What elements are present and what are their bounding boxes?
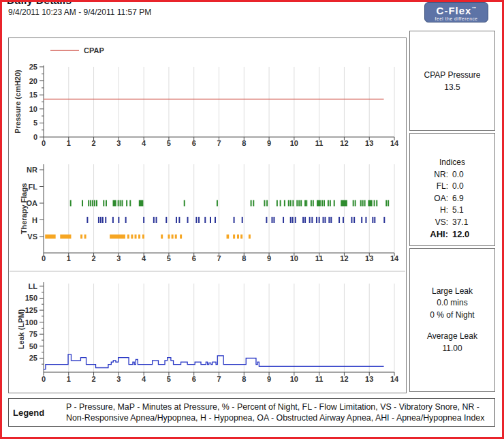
svg-text:LL: LL bbox=[29, 282, 38, 290]
svg-text:8: 8 bbox=[242, 254, 246, 262]
svg-text:7: 7 bbox=[217, 254, 221, 262]
svg-text:3: 3 bbox=[116, 254, 121, 262]
svg-text:1: 1 bbox=[67, 375, 71, 383]
index-row-ahi: AHI:12.0 bbox=[410, 228, 494, 241]
svg-text:75: 75 bbox=[29, 330, 37, 338]
index-row-h: H:5.1 bbox=[410, 205, 494, 217]
svg-text:2: 2 bbox=[92, 375, 96, 383]
svg-text:Therapy Flags: Therapy Flags bbox=[20, 183, 28, 234]
svg-text:3: 3 bbox=[116, 139, 121, 147]
svg-text:125: 125 bbox=[25, 306, 37, 314]
cpap-pressure-value: 13.5 bbox=[444, 81, 460, 93]
svg-text:VS: VS bbox=[27, 232, 37, 241]
svg-text:5: 5 bbox=[167, 254, 171, 262]
svg-text:0: 0 bbox=[42, 139, 46, 147]
svg-text:11: 11 bbox=[315, 139, 324, 147]
svg-text:Pressure (cmH20): Pressure (cmH20) bbox=[14, 70, 22, 134]
svg-text:10: 10 bbox=[290, 139, 298, 147]
index-row-nr: NR:0.0 bbox=[410, 169, 494, 181]
cflex-logo-brand: C-Flex™ bbox=[425, 3, 488, 16]
daily-charts-svg: CPAP051015202501234567891011121314Pressu… bbox=[9, 38, 406, 393]
svg-text:13: 13 bbox=[365, 139, 373, 147]
svg-text:100: 100 bbox=[25, 318, 37, 327]
svg-text:7: 7 bbox=[217, 139, 221, 147]
svg-text:50: 50 bbox=[29, 342, 37, 350]
svg-text:11: 11 bbox=[315, 375, 324, 383]
indices-panel: Indices NR:0.0 FL:0.0 OA:6.9 H:5.1 VS:37… bbox=[409, 133, 495, 246]
svg-text:5: 5 bbox=[33, 119, 37, 127]
large-leak-label: Large Leak bbox=[432, 286, 473, 298]
svg-text:12: 12 bbox=[340, 254, 348, 262]
svg-text:11: 11 bbox=[315, 254, 324, 262]
legend-label: Legend bbox=[9, 399, 66, 426]
page-title: Daily Details bbox=[7, 0, 72, 7]
svg-text:FL: FL bbox=[29, 183, 38, 191]
svg-text:CPAP: CPAP bbox=[84, 46, 104, 55]
svg-text:4: 4 bbox=[142, 139, 146, 147]
svg-text:13: 13 bbox=[365, 254, 373, 262]
large-leak-percent: 0 % of Night bbox=[430, 309, 474, 322]
svg-text:6: 6 bbox=[192, 139, 196, 147]
svg-text:NR: NR bbox=[27, 166, 37, 174]
index-row-vs: VS:37.1 bbox=[410, 217, 494, 229]
large-leak-minutes: 0.0 mins bbox=[437, 297, 467, 309]
svg-text:9: 9 bbox=[267, 254, 271, 262]
svg-text:4: 4 bbox=[142, 254, 146, 262]
cpap-pressure-panel: CPAP Pressure 13.5 bbox=[409, 31, 495, 131]
report-date-range: 9/4/2011 10:23 AM - 9/4/2011 11:57 PM bbox=[8, 7, 151, 17]
svg-text:5: 5 bbox=[167, 139, 171, 147]
svg-text:25: 25 bbox=[29, 63, 37, 71]
svg-text:6: 6 bbox=[192, 375, 196, 383]
legend-text: P - Pressure, MaP - Minutes at Pressure,… bbox=[66, 399, 484, 426]
svg-text:4: 4 bbox=[142, 375, 146, 383]
svg-text:12: 12 bbox=[340, 139, 348, 147]
svg-text:6: 6 bbox=[192, 254, 196, 262]
svg-text:7: 7 bbox=[217, 375, 221, 383]
svg-text:14: 14 bbox=[390, 139, 399, 147]
svg-text:2: 2 bbox=[92, 139, 96, 147]
legend-line-1: P - Pressure, MaP - Minutes at Pressure,… bbox=[66, 402, 484, 412]
svg-text:13: 13 bbox=[365, 375, 373, 383]
svg-text:10: 10 bbox=[290, 254, 298, 262]
svg-text:3: 3 bbox=[116, 375, 121, 383]
svg-text:20: 20 bbox=[29, 77, 37, 85]
average-leak-label: Average Leak bbox=[427, 331, 477, 343]
svg-text:150: 150 bbox=[25, 294, 37, 302]
svg-text:8: 8 bbox=[242, 139, 246, 147]
indices-title: Indices bbox=[439, 157, 465, 169]
svg-text:10: 10 bbox=[290, 375, 298, 383]
svg-text:1: 1 bbox=[67, 139, 71, 147]
trademark-symbol: ™ bbox=[471, 6, 476, 11]
svg-text:2: 2 bbox=[92, 254, 96, 262]
svg-text:12: 12 bbox=[340, 375, 348, 383]
cflex-logo: C-Flex™ feel the difference bbox=[424, 2, 488, 22]
svg-text:9: 9 bbox=[267, 375, 271, 383]
charts-container: CPAP051015202501234567891011121314Pressu… bbox=[8, 37, 407, 393]
svg-text:15: 15 bbox=[29, 91, 37, 99]
cflex-logo-tagline: feel the difference bbox=[425, 16, 488, 22]
cpap-pressure-label: CPAP Pressure bbox=[424, 69, 481, 81]
legend-box: Legend P - Pressure, MaP - Minutes at Pr… bbox=[8, 398, 495, 427]
svg-text:1: 1 bbox=[67, 254, 71, 262]
svg-text:0: 0 bbox=[42, 375, 46, 383]
svg-text:14: 14 bbox=[390, 254, 399, 262]
svg-text:5: 5 bbox=[167, 375, 171, 383]
svg-text:0: 0 bbox=[42, 254, 46, 262]
svg-text:25: 25 bbox=[29, 354, 37, 362]
svg-text:8: 8 bbox=[242, 375, 246, 383]
svg-text:9: 9 bbox=[267, 139, 271, 147]
svg-text:Leak (LPM): Leak (LPM) bbox=[17, 309, 25, 349]
svg-text:10: 10 bbox=[29, 105, 37, 113]
legend-line-2: Non-Responsive Apnea/Hypopnea, H - Hypop… bbox=[66, 412, 484, 423]
svg-text:0: 0 bbox=[33, 133, 37, 141]
svg-text:14: 14 bbox=[390, 375, 399, 383]
index-row-fl: FL:0.0 bbox=[410, 181, 494, 193]
average-leak-value: 11.00 bbox=[442, 343, 462, 355]
leak-stats-panel: Large Leak 0.0 mins 0 % of Night Average… bbox=[409, 248, 495, 392]
svg-text:H: H bbox=[32, 216, 37, 224]
index-row-oa: OA:6.9 bbox=[410, 193, 494, 205]
